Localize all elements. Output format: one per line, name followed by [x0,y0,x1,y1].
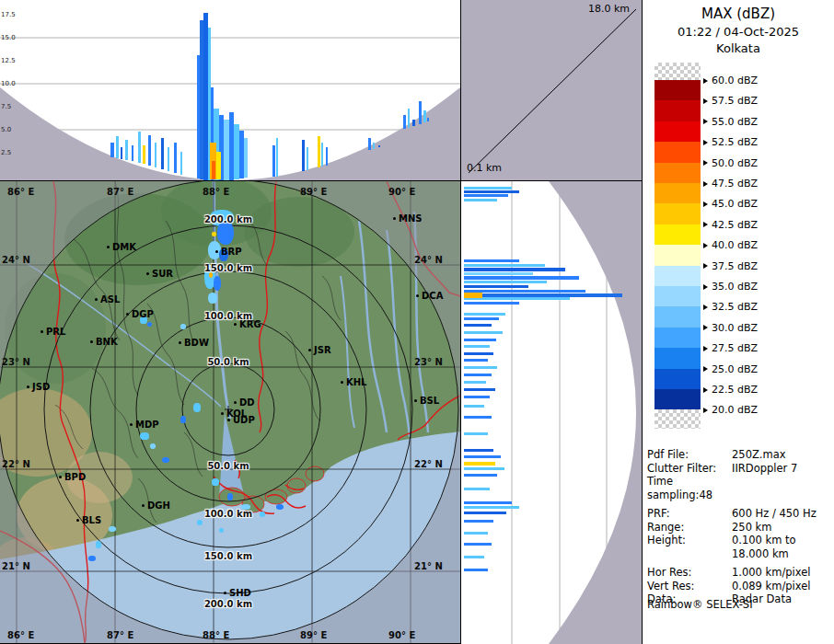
legend-color-segment [654,245,701,266]
legend-tick-label: 27.5 dBZ [712,342,758,354]
scale-diagonal [461,0,642,180]
city-label: BNK [96,337,118,347]
tick-arrow-icon [703,140,708,145]
city-label: SHD [229,588,251,598]
longitude-label: 89° E [300,187,327,197]
echo-bar [464,313,505,316]
info-value: 250Z.max [732,448,786,462]
city-dot-icon [234,401,237,404]
info-label: Clutter Filter: [647,462,732,476]
legend-color-segment [654,142,701,163]
info-row: Range:250 km [647,521,831,535]
echo-bar [464,276,579,280]
city-marker: ASL [95,294,120,305]
info-value: 1.000 km/pixel [732,566,811,580]
radar-display: { "header": { "product": "MAX (dBZ)", "d… [0,0,834,644]
height-tick-label: 15.0 [1,34,16,41]
echo-bar [464,381,486,384]
city-label: JSR [314,345,331,355]
longitude-label: 86° E [7,630,34,640]
info-row: Clutter Filter:IIRDoppler 7 [647,462,831,476]
height-tick-label: 5.0 [1,126,11,133]
legend-tick: 50.0 dBZ [703,157,758,169]
echo-bar [464,543,492,546]
city-dot-icon [221,412,224,415]
echo-bar [464,317,499,320]
city-dot-icon [126,313,129,316]
tick-arrow-icon [703,263,708,269]
city-marker: MNS [393,213,423,224]
city-marker: DMK [107,242,136,252]
tick-arrow-icon [703,78,708,84]
radar-map-panel: MNSDMKBRPSURDCAASLDGPKRGPRLBNKBDWJSRKHLJ… [0,181,460,644]
echo-bar [464,339,496,341]
info-label: PRF: [647,507,732,521]
city-dot-icon [341,381,343,384]
longitude-label: 87° E [107,630,133,640]
range-ring-label: 200.0 km [199,599,258,609]
info-row: Hor Res:1.000 km/pixel [647,566,831,580]
longitude-label: 87° E [107,187,133,197]
echo-bar [464,556,484,558]
legend-tick-label: 35.0 dBZ [712,281,758,293]
legend-tick: 22.5 dBZ [703,384,758,396]
info-label: Range: [647,521,732,535]
tick-arrow-icon [703,366,708,372]
city-label: BDW [184,338,209,348]
city-label: SUR [152,269,173,279]
product-info-block: Pdf File:250Z.maxClutter Filter:IIRDoppl… [647,448,831,606]
latitude-label: 23° N [2,357,30,367]
height-tick-label: 2.5 [1,149,11,156]
legend-color-segment [654,163,701,184]
legend-tick-label: 25.0 dBZ [712,363,758,375]
echo-bar [464,506,519,509]
legend-tick: 55.0 dBZ [703,116,758,128]
info-row: 18.000 km [647,547,831,561]
info-value: 0.100 km to [732,534,796,547]
legend-tick-label: 52.5 dBZ [712,136,758,148]
echo-bar [464,324,492,327]
city-label: BLS [82,515,101,525]
city-label: BRP [221,247,242,257]
latitude-label: 22° N [2,459,30,469]
longitude-label: 90° E [388,187,415,197]
echo-bar [464,264,545,267]
echo-bar [464,501,512,504]
city-marker: DGH [142,500,170,511]
legend-tick-label: 32.5 dBZ [712,301,758,313]
legend-tick-label: 30.0 dBZ [712,322,758,334]
legend-color-segment [654,286,701,307]
legend-tick: 20.0 dBZ [703,404,758,416]
software-brand: Rainbow® SELEX-SI [647,598,753,611]
info-row: Vert Res:0.089 km/pixel [647,580,831,593]
legend-color-segment [654,266,701,287]
echo-bar [464,449,493,452]
echo-bar [464,345,490,348]
echo-bar [464,488,490,490]
legend-checker-top [654,63,701,80]
legend-color-segment [654,100,701,121]
latitude-label: 24° N [2,255,30,265]
legend-color-segment [654,306,701,328]
info-row: PRF:600 Hz / 450 Hz [647,507,831,521]
legend-tick-label: 57.5 dBZ [712,95,758,107]
legend-tick-label: 60.0 dBZ [712,75,758,86]
legend-color-segment [654,224,701,246]
latitude-label: 21° N [414,561,443,571]
info-row: Height:0.100 km to [647,534,831,547]
echo-bar [464,302,519,305]
city-marker: BPD [59,472,86,482]
legend-color-segment [654,203,701,224]
echo-bar [464,331,503,334]
tick-arrow-icon [703,181,708,187]
legend-panel: MAX (dBZ) 01:22 / 04-Oct-2025 Kolkata 60… [642,0,834,644]
legend-color-segment [654,121,701,143]
tick-arrow-icon [703,119,708,124]
city-label: JSD [32,382,50,392]
range-ring-label: 50.0 km [199,461,258,471]
city-dot-icon [95,298,98,301]
legend-tick: 42.5 dBZ [703,219,758,231]
info-row: Pdf File:250Z.max [647,448,831,462]
range-ring-label: 150.0 km [199,551,258,561]
legend-tick: 32.5 dBZ [703,301,758,313]
